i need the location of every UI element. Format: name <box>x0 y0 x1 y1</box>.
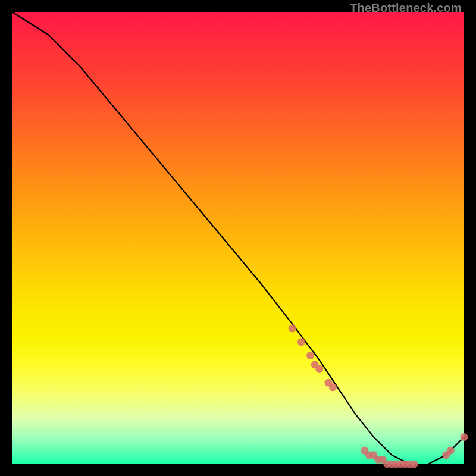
chart-svg <box>12 12 464 464</box>
data-point <box>411 461 418 468</box>
data-point <box>306 352 314 359</box>
data-point <box>329 383 337 391</box>
curve-line-group <box>12 12 464 464</box>
data-point <box>315 365 323 373</box>
plot-area <box>12 12 464 464</box>
data-point <box>461 433 468 441</box>
data-point <box>447 447 455 455</box>
data-point <box>289 325 296 333</box>
data-points-group <box>289 325 468 468</box>
data-point <box>298 338 305 346</box>
curve-line <box>12 12 464 464</box>
chart-frame: TheBottleneck.com <box>0 0 476 476</box>
